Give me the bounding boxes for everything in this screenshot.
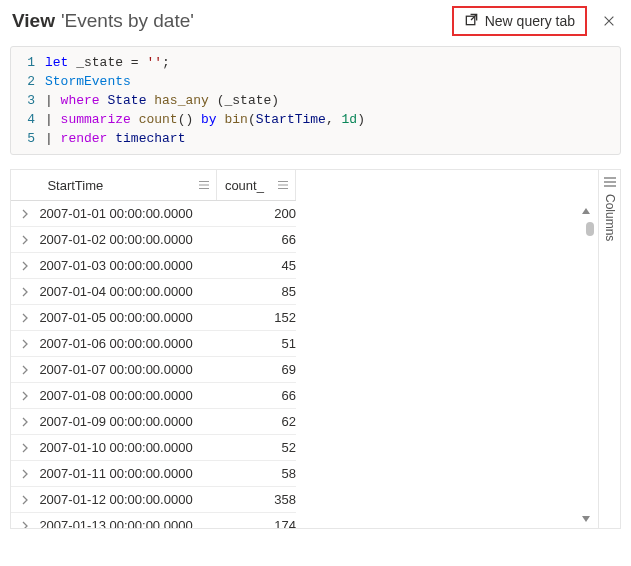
code-content: | summarize count() by bin(StartTime, 1d… bbox=[45, 110, 365, 129]
columns-side-label: Columns bbox=[603, 194, 617, 241]
expand-row-icon[interactable] bbox=[11, 227, 39, 252]
table-row[interactable]: 2007-01-09 00:00:00.000062 bbox=[11, 409, 296, 435]
scrollbar-thumb[interactable] bbox=[586, 222, 594, 236]
cell-starttime: 2007-01-08 00:00:00.0000 bbox=[39, 383, 216, 409]
line-number: 4 bbox=[11, 110, 45, 129]
table-row[interactable]: 2007-01-03 00:00:00.000045 bbox=[11, 253, 296, 279]
cell-count: 358 bbox=[217, 487, 296, 513]
cell-starttime: 2007-01-09 00:00:00.0000 bbox=[39, 409, 216, 435]
table-row[interactable]: 2007-01-10 00:00:00.000052 bbox=[11, 435, 296, 461]
expand-row-icon[interactable] bbox=[11, 279, 39, 304]
cell-count: 51 bbox=[217, 331, 296, 357]
cell-count: 174 bbox=[217, 513, 296, 529]
column-header-count[interactable]: count_ bbox=[217, 170, 296, 201]
code-line: 3| where State has_any (_state) bbox=[11, 91, 620, 110]
expand-row-icon[interactable] bbox=[11, 435, 39, 460]
table-row[interactable]: 2007-01-13 00:00:00.0000174 bbox=[11, 513, 296, 529]
expand-row-icon[interactable] bbox=[11, 461, 39, 486]
expand-row-icon[interactable] bbox=[11, 331, 39, 356]
column-header-starttime[interactable]: StartTime bbox=[39, 170, 216, 201]
code-content: | where State has_any (_state) bbox=[45, 91, 279, 110]
new-query-tab-button[interactable]: New query tab bbox=[452, 6, 587, 36]
column-menu-icon[interactable] bbox=[198, 179, 210, 191]
line-number: 3 bbox=[11, 91, 45, 110]
table-row[interactable]: 2007-01-11 00:00:00.000058 bbox=[11, 461, 296, 487]
cell-starttime: 2007-01-05 00:00:00.0000 bbox=[39, 305, 216, 331]
expand-row-icon[interactable] bbox=[11, 487, 39, 512]
column-header-label: StartTime bbox=[47, 178, 103, 193]
cell-starttime: 2007-01-10 00:00:00.0000 bbox=[39, 435, 216, 461]
table-row[interactable]: 2007-01-05 00:00:00.0000152 bbox=[11, 305, 296, 331]
expand-row-icon[interactable] bbox=[11, 383, 39, 408]
expand-row-icon[interactable] bbox=[11, 357, 39, 382]
cell-count: 58 bbox=[217, 461, 296, 487]
view-name: 'Events by date' bbox=[61, 10, 194, 32]
expand-row-icon[interactable] bbox=[11, 305, 39, 330]
line-number: 1 bbox=[11, 53, 45, 72]
open-external-icon bbox=[464, 12, 479, 30]
cell-count: 152 bbox=[217, 305, 296, 331]
expand-row-icon[interactable] bbox=[11, 409, 39, 434]
line-number: 2 bbox=[11, 72, 45, 91]
cell-count: 45 bbox=[217, 253, 296, 279]
code-content: let _state = ''; bbox=[45, 53, 170, 72]
scroll-down-icon[interactable] bbox=[580, 514, 592, 524]
cell-count: 62 bbox=[217, 409, 296, 435]
cell-count: 200 bbox=[217, 201, 296, 227]
column-header-label: count_ bbox=[225, 178, 264, 193]
table-row[interactable]: 2007-01-07 00:00:00.000069 bbox=[11, 357, 296, 383]
results-panel: StartTime count_ bbox=[10, 169, 621, 529]
line-number: 5 bbox=[11, 129, 45, 148]
cell-starttime: 2007-01-06 00:00:00.0000 bbox=[39, 331, 216, 357]
code-line: 4| summarize count() by bin(StartTime, 1… bbox=[11, 110, 620, 129]
cell-count: 52 bbox=[217, 435, 296, 461]
cell-count: 69 bbox=[217, 357, 296, 383]
code-line: 2StormEvents bbox=[11, 72, 620, 91]
cell-starttime: 2007-01-02 00:00:00.0000 bbox=[39, 227, 216, 253]
cell-starttime: 2007-01-04 00:00:00.0000 bbox=[39, 279, 216, 305]
code-line: 5| render timechart bbox=[11, 129, 620, 148]
code-content: | render timechart bbox=[45, 129, 185, 148]
results-table-wrap[interactable]: StartTime count_ bbox=[11, 170, 598, 528]
cell-starttime: 2007-01-07 00:00:00.0000 bbox=[39, 357, 216, 383]
column-menu-icon[interactable] bbox=[277, 179, 289, 191]
scroll-up-icon[interactable] bbox=[580, 206, 592, 216]
cell-starttime: 2007-01-13 00:00:00.0000 bbox=[39, 513, 216, 529]
close-panel-button[interactable] bbox=[599, 11, 619, 31]
expand-row-icon[interactable] bbox=[11, 201, 39, 226]
cell-starttime: 2007-01-01 00:00:00.0000 bbox=[39, 201, 216, 227]
table-row[interactable]: 2007-01-04 00:00:00.000085 bbox=[11, 279, 296, 305]
cell-starttime: 2007-01-12 00:00:00.0000 bbox=[39, 487, 216, 513]
code-content: StormEvents bbox=[45, 72, 131, 91]
new-query-tab-label: New query tab bbox=[485, 13, 575, 29]
expand-row-icon[interactable] bbox=[11, 513, 39, 528]
panel-header: View 'Events by date' New query tab bbox=[0, 0, 631, 46]
results-table: StartTime count_ bbox=[11, 170, 296, 528]
columns-icon bbox=[603, 176, 617, 188]
table-row[interactable]: 2007-01-06 00:00:00.000051 bbox=[11, 331, 296, 357]
cell-starttime: 2007-01-11 00:00:00.0000 bbox=[39, 461, 216, 487]
cell-count: 85 bbox=[217, 279, 296, 305]
table-row[interactable]: 2007-01-01 00:00:00.0000200 bbox=[11, 201, 296, 227]
query-editor[interactable]: 1let _state = '';2StormEvents3| where St… bbox=[10, 46, 621, 155]
view-label: View bbox=[12, 10, 55, 32]
table-row[interactable]: 2007-01-08 00:00:00.000066 bbox=[11, 383, 296, 409]
expand-row-icon[interactable] bbox=[11, 253, 39, 278]
cell-count: 66 bbox=[217, 383, 296, 409]
expand-column-header bbox=[11, 170, 39, 201]
table-row[interactable]: 2007-01-12 00:00:00.0000358 bbox=[11, 487, 296, 513]
code-line: 1let _state = ''; bbox=[11, 53, 620, 72]
columns-side-tab[interactable]: Columns bbox=[598, 170, 620, 528]
cell-starttime: 2007-01-03 00:00:00.0000 bbox=[39, 253, 216, 279]
cell-count: 66 bbox=[217, 227, 296, 253]
table-row[interactable]: 2007-01-02 00:00:00.000066 bbox=[11, 227, 296, 253]
